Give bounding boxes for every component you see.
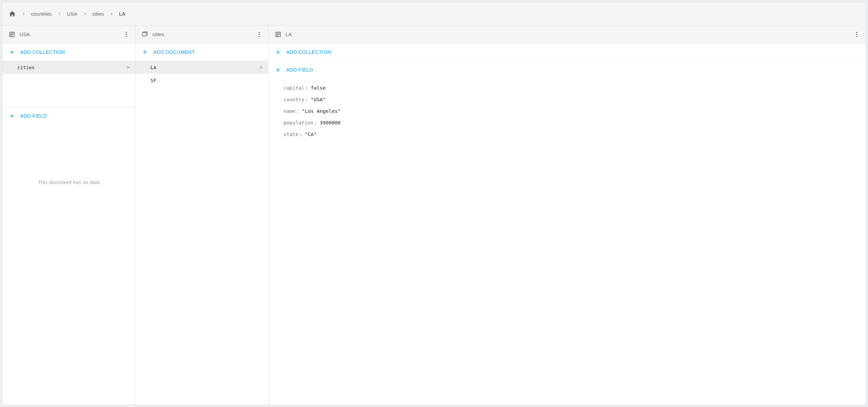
collection-item-label: cities (17, 65, 125, 70)
field-key: country (284, 97, 308, 102)
add-collection-button[interactable]: ADD COLLECTION (2, 43, 135, 61)
document-icon (9, 31, 15, 38)
chevron-right-icon (109, 11, 114, 17)
add-collection-button[interactable]: ADD COLLECTION (269, 43, 866, 61)
document-item-label: LA (150, 65, 258, 70)
home-icon[interactable] (9, 10, 16, 18)
documents-list: LA SF (135, 61, 268, 87)
chevron-right-icon (125, 64, 131, 71)
panel-menu-button[interactable] (254, 29, 265, 40)
field-value: 3900000 (320, 120, 341, 125)
empty-document-message: This document has no data (2, 125, 135, 185)
add-document-button[interactable]: ADD DOCUMENT (135, 43, 268, 61)
add-field-label: ADD FIELD (286, 67, 313, 73)
svg-point-3 (259, 32, 260, 33)
add-field-button[interactable]: ADD FIELD (269, 61, 866, 79)
panel-document-la: LA ADD COLLECTION ADD FIELD capital fals… (269, 26, 866, 405)
collection-icon (142, 31, 148, 38)
panel-title: USA (19, 31, 121, 37)
breadcrumb-item-usa[interactable]: USA (67, 11, 77, 17)
field-value: "USA" (311, 97, 326, 102)
field-value: "Los Angeles" (302, 108, 341, 114)
plus-icon (275, 49, 281, 56)
field-row[interactable]: capital false (284, 82, 866, 94)
field-key: state (284, 132, 302, 137)
panel-menu-button[interactable] (851, 29, 862, 40)
panel-header: LA (269, 26, 866, 43)
chevron-right-icon (21, 11, 26, 17)
plus-icon (9, 49, 15, 56)
svg-point-4 (259, 34, 260, 35)
svg-point-7 (856, 34, 857, 35)
document-item-la[interactable]: LA (135, 61, 268, 74)
panel-menu-button[interactable] (121, 29, 132, 40)
svg-point-2 (126, 36, 127, 37)
panel-title: cities (153, 31, 254, 37)
plus-icon (275, 66, 281, 73)
panel-header: USA (2, 26, 135, 43)
add-field-label: ADD FIELD (20, 113, 47, 119)
plus-icon (9, 112, 15, 119)
breadcrumb-item-la[interactable]: LA (119, 11, 125, 17)
svg-point-8 (856, 36, 857, 37)
document-item-sf[interactable]: SF (135, 74, 268, 87)
firestore-console: countries USA cities LA USA ADD COLLECTI… (2, 2, 866, 405)
field-key: capital (284, 85, 308, 91)
field-key: name (284, 108, 299, 114)
field-value: false (311, 85, 326, 91)
field-row[interactable]: name "Los Angeles" (284, 105, 866, 117)
panel-header: cities (135, 26, 268, 43)
add-collection-label: ADD COLLECTION (20, 49, 65, 55)
add-field-button[interactable]: ADD FIELD (2, 107, 135, 125)
collections-list: cities (2, 61, 135, 107)
plus-icon (142, 49, 148, 56)
chevron-right-icon (57, 11, 62, 17)
chevron-right-icon (82, 11, 88, 17)
field-row[interactable]: population 3900000 (284, 117, 866, 129)
field-row[interactable]: state "CA" (284, 129, 866, 140)
panel-collection-cities: cities ADD DOCUMENT LA SF (135, 26, 269, 405)
svg-point-5 (259, 36, 260, 37)
collection-item-cities[interactable]: cities (2, 61, 135, 74)
breadcrumb-item-countries[interactable]: countries (31, 11, 52, 17)
panel-title: LA (286, 31, 851, 37)
field-key: population (284, 120, 317, 125)
svg-point-6 (856, 32, 857, 33)
breadcrumb-item-cities[interactable]: cities (92, 11, 104, 17)
field-row[interactable]: country "USA" (284, 94, 866, 105)
add-document-label: ADD DOCUMENT (153, 49, 195, 55)
document-fields: capital false country "USA" name "Los An… (269, 79, 866, 140)
field-value: "CA" (305, 132, 317, 137)
breadcrumb: countries USA cities LA (2, 2, 866, 26)
svg-point-0 (126, 32, 127, 33)
chevron-right-icon (258, 64, 264, 71)
panel-document-usa: USA ADD COLLECTION cities A (2, 26, 135, 405)
document-item-label: SF (150, 78, 264, 83)
add-collection-label: ADD COLLECTION (286, 49, 331, 55)
document-icon (275, 31, 281, 38)
panels-row: USA ADD COLLECTION cities A (2, 26, 866, 405)
svg-point-1 (126, 34, 127, 35)
